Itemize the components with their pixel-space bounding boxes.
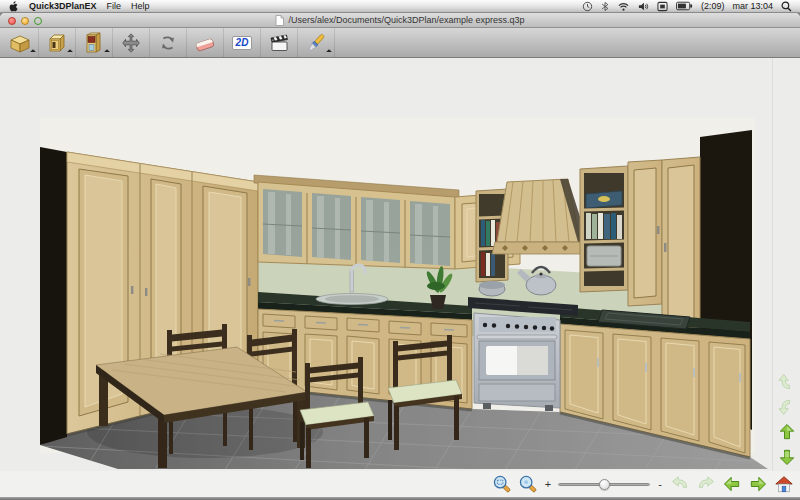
wifi-icon[interactable] <box>617 1 630 12</box>
battery-icon[interactable] <box>676 1 693 11</box>
menu-help[interactable]: Help <box>131 1 150 11</box>
kitchen-3d-viewport[interactable] <box>0 58 772 471</box>
input-menu-icon[interactable] <box>657 1 668 12</box>
open-shelf-right <box>580 166 628 292</box>
tall-cabinet-icon <box>82 31 106 55</box>
volume-icon[interactable] <box>638 1 649 12</box>
pan-down-icon[interactable] <box>777 447 797 467</box>
bluetooth-icon[interactable] <box>601 1 609 12</box>
erase-button[interactable] <box>187 28 224 57</box>
orbit-up-icon[interactable] <box>777 372 797 392</box>
clock-icon[interactable] <box>582 1 593 12</box>
rotate-button[interactable] <box>150 28 187 57</box>
render-movie-button[interactable] <box>261 28 298 57</box>
minimize-button[interactable] <box>21 17 29 25</box>
zoom-plus-label[interactable]: + <box>544 478 552 490</box>
left-dark-wall <box>40 147 67 445</box>
apple-menu-icon[interactable] <box>8 0 19 12</box>
move-arrows-icon <box>120 32 142 54</box>
glass-upper-cabinets <box>254 175 459 269</box>
home-icon[interactable] <box>774 474 794 494</box>
right-nav-strip <box>772 58 800 471</box>
zoom-icon[interactable] <box>518 474 538 494</box>
battery-time: (2:09) <box>701 1 725 11</box>
menu-bar: Quick3DPlanEX File Help (2:09) mar 13:04 <box>0 0 800 13</box>
close-button[interactable] <box>8 17 16 25</box>
menu-app-name[interactable]: Quick3DPlanEX <box>29 1 97 11</box>
pan-left-icon[interactable] <box>722 474 742 494</box>
kitchen-3d-render <box>0 58 772 471</box>
toolbar: 2D <box>0 28 800 58</box>
orbit-right-icon[interactable] <box>696 474 716 494</box>
room-box-icon <box>8 31 32 55</box>
pan-right-icon[interactable] <box>748 474 768 494</box>
move-button[interactable] <box>113 28 150 57</box>
bottom-toolbar: + - <box>0 471 800 497</box>
document-path: /Users/alex/Documents/Quick3DPlan/exampl… <box>288 15 524 25</box>
orbit-left-icon[interactable] <box>670 474 690 494</box>
zoom-minus-label[interactable]: - <box>656 478 664 490</box>
pan-up-icon[interactable] <box>777 422 797 442</box>
add-tall-cabinet-button[interactable] <box>76 28 113 57</box>
eraser-icon <box>193 31 217 55</box>
quick3dplan-app: Quick3DPlanEX File Help (2:09) mar 13:04 <box>0 0 800 500</box>
2d-badge: 2D <box>232 36 253 50</box>
paint-finishes-button[interactable] <box>298 28 335 57</box>
menu-clock[interactable]: mar 13:04 <box>732 1 773 11</box>
view-2d-button[interactable]: 2D <box>224 28 261 57</box>
rotate-icon <box>157 32 179 54</box>
document-proxy-icon[interactable] <box>275 15 284 26</box>
clapperboard-icon <box>267 31 291 55</box>
menu-file[interactable]: File <box>107 1 122 11</box>
title-bar[interactable]: /Users/alex/Documents/Quick3DPlan/exampl… <box>0 13 800 28</box>
zoom-slider-thumb[interactable] <box>599 479 610 490</box>
base-cabinet-icon <box>45 31 69 55</box>
add-room-button[interactable] <box>2 28 39 57</box>
paintbrush-icon <box>304 31 328 55</box>
zoom-window-icon[interactable] <box>492 474 512 494</box>
orbit-down-icon[interactable] <box>777 397 797 417</box>
spotlight-icon[interactable] <box>781 1 792 12</box>
zoom-slider[interactable] <box>558 478 650 490</box>
document-window: /Users/alex/Documents/Quick3DPlan/exampl… <box>0 13 800 500</box>
zoom-button[interactable] <box>34 17 42 25</box>
add-base-cabinet-button[interactable] <box>39 28 76 57</box>
